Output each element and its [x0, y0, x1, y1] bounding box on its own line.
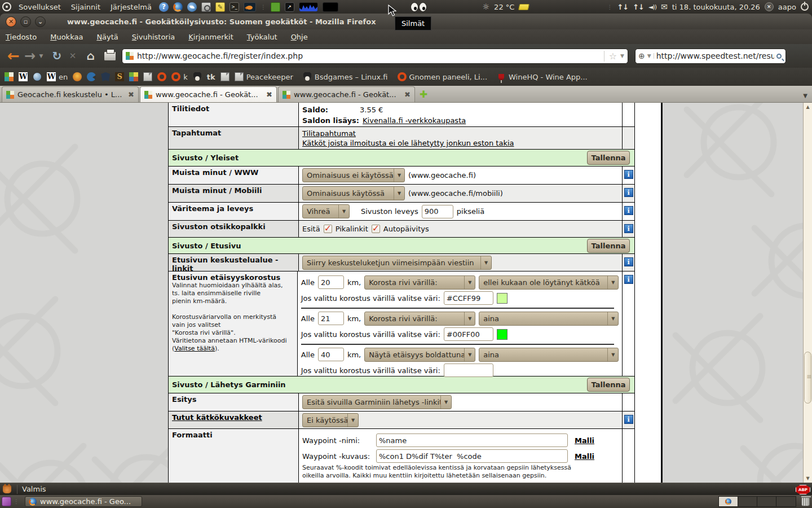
bookmark-item[interactable]: [73, 72, 82, 81]
esitys-select[interactable]: Esitä sivuilla Garminiin lähetys -linkit…: [302, 395, 452, 409]
kuvakkeet-link[interactable]: Tutut kätkökuvakkeet: [172, 413, 262, 422]
tilitapahtumat-link[interactable]: Tilitapahtumat: [302, 129, 356, 138]
when-select-3[interactable]: aina▼: [479, 348, 619, 362]
valitse-taalta-link[interactable]: Valitse täältä: [174, 345, 215, 352]
workspace-4[interactable]: [776, 497, 796, 506]
adblock-plus-icon[interactable]: ABP: [796, 485, 810, 494]
applet-handle[interactable]: ⋮: [607, 4, 612, 10]
wp-kuvaus-input[interactable]: [376, 449, 568, 463]
help-icon[interactable]: ?: [159, 2, 169, 12]
weather-cloud-icon[interactable]: [518, 4, 529, 10]
when-select-1[interactable]: ellei kukaan ole löytänyt kätköä▼: [479, 275, 619, 290]
firefox-launcher-icon[interactable]: [173, 2, 183, 12]
username-label[interactable]: aapo: [778, 3, 796, 11]
workspace-3[interactable]: [757, 497, 776, 506]
wp-nimi-input[interactable]: [376, 433, 568, 447]
bookmark-item[interactable]: Wen: [47, 72, 68, 81]
bookmark-item[interactable]: W: [19, 72, 28, 81]
print-button[interactable]: [104, 51, 116, 61]
bookmark-item[interactable]: [33, 72, 42, 81]
trash-icon[interactable]: [801, 497, 810, 506]
color-input-2[interactable]: [444, 327, 493, 341]
info-icon[interactable]: i: [624, 188, 633, 197]
km-input-3[interactable]: [318, 348, 344, 361]
media-player-launcher-icon[interactable]: [201, 2, 211, 12]
system-monitor-blank-icon[interactable]: [323, 2, 338, 12]
info-icon[interactable]: i: [624, 224, 633, 233]
eyes-applet-icon[interactable]: [411, 2, 427, 12]
tab-geocache-2[interactable]: www.geocache.fi - Geokät... ✖: [278, 86, 415, 102]
window-close-button[interactable]: ✕: [6, 16, 16, 27]
all-tabs-dropdown-icon[interactable]: ▼: [803, 93, 807, 99]
mode-select-3[interactable]: Näytä etäisyys boldattuna▼: [364, 348, 475, 362]
when-select-2[interactable]: aina▼: [479, 312, 619, 326]
menu-jarjestelma[interactable]: Järjestelmä: [108, 3, 155, 11]
autopaivitys-checkbox[interactable]: [372, 225, 380, 233]
network-updown-icon-2[interactable]: ↑↓: [633, 3, 644, 11]
menu-tyokalut[interactable]: Työkalut: [247, 33, 277, 41]
window-minimize-button[interactable]: ▫: [20, 16, 31, 27]
applet-handle[interactable]: ⋮: [14, 498, 19, 505]
info-icon[interactable]: i: [624, 206, 633, 215]
color-input-1[interactable]: [444, 291, 493, 305]
variteema-select[interactable]: Vihreä▼: [302, 204, 350, 218]
distro-logo-icon[interactable]: [2, 2, 11, 11]
kivenalla-link[interactable]: Kivenalla.fi -verkkokaupasta: [363, 116, 466, 125]
bookmark-item[interactable]: [5, 72, 14, 81]
tab-close-icon[interactable]: ✖: [404, 90, 411, 99]
window-maximize-button[interactable]: ⌄: [35, 16, 46, 27]
menu-sijainnit[interactable]: Sijainnit: [68, 3, 103, 11]
applet-handle[interactable]: ⋮: [261, 4, 266, 10]
info-icon[interactable]: i: [624, 275, 633, 284]
window-list-icon[interactable]: [2, 497, 11, 506]
volume-icon[interactable]: ◄)): [648, 3, 656, 11]
tab-geocache-active[interactable]: www.geocache.fi - Geokät... ✖: [140, 86, 277, 102]
mode-select-2[interactable]: Korosta rivi värillä:▼: [364, 312, 475, 326]
search-input[interactable]: [656, 51, 774, 60]
muista-mobiili-select[interactable]: Ominaisuus käytössä▼: [302, 186, 405, 200]
fish-applet-icon[interactable]: [244, 2, 256, 12]
search-magnifier-icon[interactable]: [776, 54, 782, 59]
location-bar[interactable]: ☆ ▼: [122, 49, 628, 64]
menu-sivuhistoria[interactable]: Sivuhistoria: [132, 33, 175, 41]
fox-statusbar-icon[interactable]: [3, 485, 11, 493]
new-tab-button[interactable]: ✚: [420, 89, 427, 100]
tab-close-icon[interactable]: ✖: [266, 90, 272, 99]
reload-button[interactable]: ↻: [48, 49, 65, 63]
scrollbar-thumb[interactable]: [804, 352, 811, 404]
tab-close-icon[interactable]: ✖: [128, 90, 134, 99]
thunderbird-launcher-icon[interactable]: [187, 2, 197, 12]
color-input-3[interactable]: [444, 364, 493, 377]
bookmark-item[interactable]: k: [171, 72, 188, 81]
pikalinkit-checkbox[interactable]: [324, 225, 332, 233]
keskustelualue-select[interactable]: Siirry keskusteluketjun viimeisimpään vi…: [302, 256, 492, 270]
bookmark-item[interactable]: [101, 72, 110, 81]
malli-link[interactable]: Malli: [575, 436, 594, 445]
info-icon[interactable]: i: [624, 170, 633, 179]
url-input[interactable]: [137, 51, 601, 60]
muista-www-select[interactable]: Ominaisuus ei käytössä▼: [302, 168, 405, 182]
network-updown-icon[interactable]: ↑↓: [617, 3, 628, 11]
bookmark-item[interactable]: [129, 72, 138, 81]
temperature-label[interactable]: 22 °C: [494, 3, 514, 11]
info-icon[interactable]: i: [624, 415, 633, 424]
user-status-icon[interactable]: ✕: [765, 2, 774, 11]
bookmark-item[interactable]: Bsdgames – Linux.fi: [303, 72, 388, 81]
terminal-launcher-icon[interactable]: >_: [230, 2, 239, 12]
desktop-switch-applet-icon[interactable]: [271, 2, 280, 12]
notes-launcher-icon[interactable]: ✎: [215, 2, 225, 12]
search-engine-icon[interactable]: ⊕: [638, 51, 645, 60]
bookmark-item[interactable]: WineHQ - Wine App...: [497, 73, 588, 81]
workspace-2[interactable]: [738, 497, 757, 506]
save-button[interactable]: Tallenna: [587, 239, 630, 253]
shell-applet-icon[interactable]: ↗: [285, 2, 294, 12]
save-button[interactable]: Tallenna: [587, 378, 630, 392]
scroll-up-icon[interactable]: ▲: [804, 103, 812, 111]
taskbar-window-button[interactable]: www.geocache.fi - Geo...: [25, 496, 142, 507]
bookmark-item[interactable]: [193, 72, 202, 81]
menu-kirjanmerkit[interactable]: Kirjanmerkit: [188, 33, 233, 41]
clock-label[interactable]: ti 18. toukokuuta, 20.26: [672, 3, 760, 11]
bookmark-star-icon[interactable]: ☆: [604, 51, 617, 62]
scroll-down-icon[interactable]: ▼: [804, 474, 812, 483]
katkot-esto-link[interactable]: Kätköt joista ilmoitusta ei ole lähetytt…: [302, 139, 514, 147]
